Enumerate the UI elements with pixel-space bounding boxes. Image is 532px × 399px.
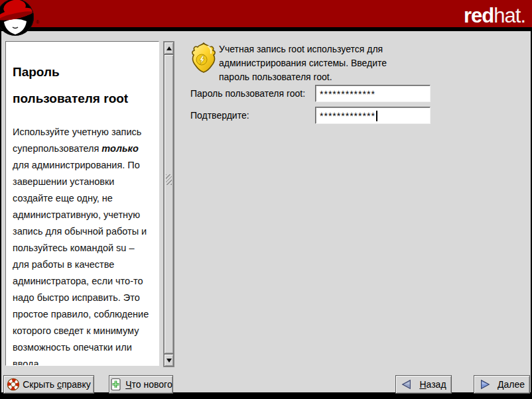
help-title: Пароль пользователя root bbox=[13, 59, 139, 112]
whats-new-button[interactable]: Что нового bbox=[109, 375, 173, 394]
confirm-input[interactable]: ************* bbox=[315, 107, 431, 124]
help-body-emphasis: только bbox=[101, 143, 138, 154]
scrollbar-grip bbox=[166, 174, 172, 185]
gold-badge-icon bbox=[190, 42, 217, 74]
arrow-right-icon bbox=[479, 378, 491, 390]
hide-help-button[interactable]: Скрыть справку bbox=[3, 375, 94, 394]
password-input[interactable]: ************* bbox=[315, 85, 431, 102]
note-plus-icon bbox=[109, 378, 123, 391]
next-button[interactable]: Далее bbox=[474, 375, 530, 394]
arrow-left-icon bbox=[401, 378, 413, 390]
scrollbar-thumb[interactable] bbox=[164, 54, 174, 354]
back-label: Назад bbox=[419, 379, 446, 390]
scroll-up-icon bbox=[166, 46, 172, 50]
scroll-down-icon bbox=[166, 359, 172, 363]
help-panel: Пароль пользователя root Используйте уче… bbox=[5, 41, 159, 366]
password-masked-value: ************* bbox=[320, 89, 375, 99]
help-body-after: для администрирования. По завершении уст… bbox=[13, 160, 149, 366]
confirm-label: Подтвердите: bbox=[190, 107, 249, 124]
next-label: Далее bbox=[498, 379, 525, 390]
confirm-masked-value: ************* bbox=[320, 111, 375, 121]
redhat-shadowman-icon bbox=[0, 0, 35, 37]
life-ring-icon bbox=[7, 378, 20, 391]
redhat-wordmark: redhat. bbox=[464, 4, 525, 28]
scroll-down-button[interactable] bbox=[164, 354, 174, 367]
registered-mark: ® bbox=[36, 20, 39, 25]
content-area: Пароль пользователя root Используйте уче… bbox=[1, 31, 531, 392]
hide-help-label: Скрыть справку bbox=[23, 379, 91, 390]
wordmark-hat: hat. bbox=[494, 4, 525, 27]
back-button[interactable]: Назад bbox=[395, 375, 452, 394]
password-label: Пароль пользователя root: bbox=[190, 85, 305, 102]
wordmark-red: red bbox=[464, 4, 494, 27]
header-bar: redhat. bbox=[0, 0, 532, 29]
help-scrollbar[interactable] bbox=[163, 41, 174, 367]
scroll-up-button[interactable] bbox=[164, 42, 174, 54]
whats-new-label: Что нового bbox=[125, 379, 172, 390]
root-password-instructions: Учетная запись root используется для адм… bbox=[219, 42, 419, 84]
text-cursor bbox=[376, 111, 377, 121]
help-body: Используйте учетную запись суперпользова… bbox=[13, 124, 153, 366]
